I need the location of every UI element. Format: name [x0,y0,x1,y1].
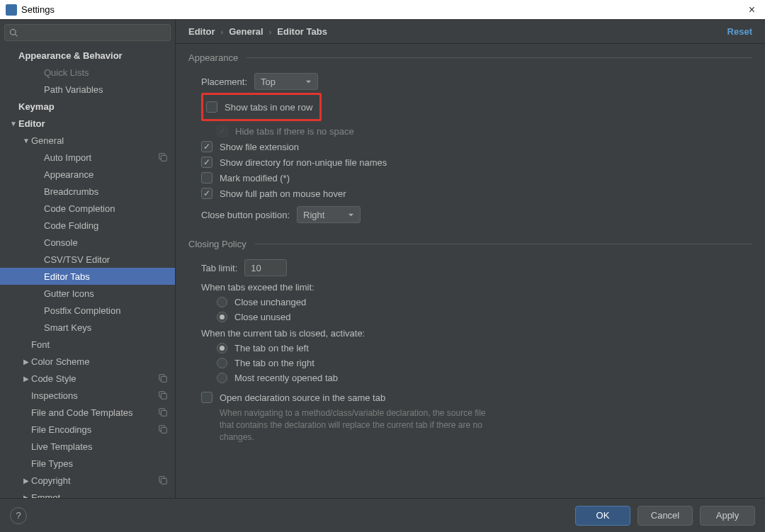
sidebar-item[interactable]: Gutter Icons [0,285,175,302]
sidebar-item[interactable]: Font [0,336,175,353]
sidebar-item-label: Breadcrumbs [44,186,168,197]
exceed-radio[interactable] [217,297,227,307]
sidebar-item[interactable]: File and Code Templates [0,404,175,421]
dialog-button-bar: ? OK Cancel Apply [0,498,765,532]
sidebar-item-label: File Types [31,458,168,469]
chevron-right-icon: › [221,28,224,36]
sidebar-item[interactable]: ▼Editor [0,115,175,132]
sidebar-item[interactable]: Console [0,234,175,251]
sidebar-item-label: Code Style [31,373,158,384]
sidebar-item-label: Emmet [31,492,168,499]
cancel-button[interactable]: Cancel [638,506,693,526]
sidebar-item[interactable]: Keymap [0,98,175,115]
sidebar-item[interactable]: Quick Lists [0,64,175,81]
sidebar-item-label: Console [44,237,168,248]
settings-sidebar: Appearance & BehaviorQuick ListsPath Var… [0,20,176,498]
sidebar-item-label: Smart Keys [44,322,168,333]
tree-arrow-icon: ▶ [21,477,31,485]
breadcrumb: Editor › General › Editor Tabs [188,26,327,37]
activate-radio-label: The tab on the right [234,358,314,368]
sidebar-item[interactable]: File Encodings [0,421,175,438]
sidebar-item[interactable]: Live Templates [0,438,175,455]
sidebar-item-label: Color Scheme [31,356,168,367]
highlighted-option: Show tabs in one row [201,93,322,121]
show-tabs-one-row-checkbox[interactable] [206,101,217,113]
sidebar-item-label: Font [31,339,168,350]
sidebar-item[interactable]: ▶Color Scheme [0,353,175,370]
sidebar-item[interactable]: Code Completion [0,200,175,217]
sidebar-item[interactable]: Appearance [0,166,175,183]
tree-arrow-icon: ▼ [21,137,31,145]
activate-radio[interactable] [217,358,227,368]
close-button-position-label: Close button position: [201,210,290,220]
sidebar-item[interactable]: Appearance & Behavior [0,47,175,64]
show-file-extension-checkbox[interactable] [201,141,212,152]
sidebar-item[interactable]: ▼General [0,132,175,149]
sidebar-item[interactable]: Breadcrumbs [0,183,175,200]
sidebar-item[interactable]: ▶Code Style [0,370,175,387]
window-title: Settings [21,4,55,15]
help-button[interactable]: ? [10,507,27,524]
tree-arrow-icon: ▶ [21,375,31,383]
breadcrumb-item[interactable]: General [229,26,263,37]
show-full-path-label: Show full path on mouse hover [220,188,346,199]
exceed-radio[interactable] [217,312,227,322]
show-directory-checkbox[interactable] [201,157,212,168]
sidebar-item[interactable]: Inspections [0,387,175,404]
svg-rect-1 [161,155,166,161]
sidebar-item[interactable]: Postfix Completion [0,302,175,319]
show-tabs-one-row-label: Show tabs in one row [225,102,312,113]
show-full-path-checkbox[interactable] [201,188,212,199]
close-button-position-select[interactable]: Right [297,206,361,223]
breadcrumb-item[interactable]: Editor [188,26,215,37]
activate-group-label: When the current tab is closed, activate… [201,328,752,339]
sidebar-item[interactable]: Path Variables [0,81,175,98]
sidebar-item-label: Postfix Completion [44,305,168,316]
activate-radio[interactable] [217,373,227,383]
svg-rect-3 [161,376,166,382]
settings-tree[interactable]: Appearance & BehaviorQuick ListsPath Var… [0,45,175,498]
svg-rect-11 [161,478,166,484]
sidebar-item[interactable]: Code Folding [0,217,175,234]
reset-button[interactable]: Reset [727,26,752,37]
open-declaration-label: Open declaration source in the same tab [220,392,385,403]
placement-select[interactable]: Top [254,73,318,90]
window-close-button[interactable]: × [744,4,759,16]
activate-radio-label: Most recently opened tab [234,373,338,383]
tree-arrow-icon: ▶ [21,494,31,499]
hide-if-no-space-checkbox[interactable] [217,125,228,137]
activate-radio-label: The tab on the left [234,343,309,353]
sidebar-item-label: File and Code Templates [31,407,158,418]
hide-if-no-space-label: Hide tabs if there is no space [235,126,354,137]
window-titlebar: Settings × [0,0,765,20]
chevron-down-icon [348,210,354,220]
tree-arrow-icon: ▶ [21,358,31,366]
ok-button[interactable]: OK [575,506,630,526]
sidebar-item-label: Gutter Icons [44,288,168,299]
close-button-position-value: Right [303,210,324,220]
sidebar-item[interactable]: Editor Tabs [0,268,175,285]
sidebar-item[interactable]: ▶Copyright [0,472,175,489]
sidebar-item[interactable]: ▶Emmet [0,489,175,498]
sidebar-item-label: Quick Lists [44,67,168,78]
sidebar-item[interactable]: Smart Keys [0,319,175,336]
sidebar-item-label: General [31,135,168,146]
apply-button[interactable]: Apply [700,506,755,526]
open-declaration-checkbox[interactable] [201,392,212,403]
tab-limit-input[interactable]: 10 [244,259,287,276]
exceed-radio-label: Close unused [234,312,291,322]
activate-radio[interactable] [217,343,227,353]
placement-label: Placement: [201,77,247,87]
sidebar-item-label: Keymap [18,101,168,112]
mark-modified-checkbox[interactable] [201,172,212,183]
sidebar-item[interactable]: File Types [0,455,175,472]
section-title-appearance: Appearance [176,51,765,64]
app-icon [6,4,17,16]
search-input[interactable] [4,24,171,41]
sidebar-item[interactable]: Auto Import [0,149,175,166]
sidebar-item-label: Appearance [44,169,168,180]
breadcrumb-item[interactable]: Editor Tabs [277,26,327,37]
sidebar-item-label: Code Completion [44,203,168,214]
chevron-down-icon [305,77,312,87]
sidebar-item[interactable]: CSV/TSV Editor [0,251,175,268]
